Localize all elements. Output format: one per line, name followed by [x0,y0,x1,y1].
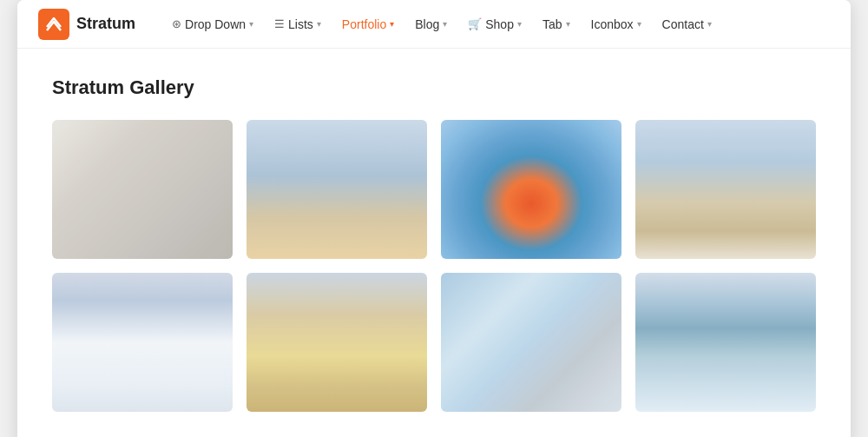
gallery-item-5[interactable] [52,273,233,412]
nav-label-blog: Blog [415,17,439,31]
layers-icon: ⊛ [172,17,181,30]
nav-label-shop: Shop [485,17,514,31]
gallery-item-8[interactable] [635,273,816,412]
nav-item-blog[interactable]: Blog ▾ [406,12,456,36]
gallery-item-7[interactable] [441,273,621,412]
nav-item-tab[interactable]: Tab ▾ [534,12,579,36]
nav-label-contact: Contact [662,17,704,31]
chevron-icon-blog: ▾ [443,19,447,29]
nav-label-lists: Lists [288,17,313,31]
chevron-icon-contact: ▾ [707,19,712,29]
nav-item-shop[interactable]: 🛒 Shop ▾ [459,12,530,36]
main-content: Stratum Gallery [17,49,851,437]
chevron-icon-lists: ▾ [317,19,321,29]
gallery-grid [52,120,816,412]
gallery-item-4[interactable] [635,120,816,259]
nav-item-iconbox[interactable]: Iconbox ▾ [582,12,650,36]
nav-item-lists[interactable]: ☰ Lists ▾ [266,12,330,36]
cart-icon: 🛒 [468,17,482,30]
logo-text: Stratum [76,15,135,33]
chevron-icon-shop: ▾ [517,19,522,29]
chevron-icon-portfolio: ▾ [390,19,394,29]
chevron-icon-dropdown: ▾ [249,19,253,29]
nav-label-dropdown: Drop Down [185,17,246,31]
nav-label-iconbox: Iconbox [591,17,634,31]
nav-item-contact[interactable]: Contact ▾ [654,12,720,36]
nav-label-tab: Tab [542,17,562,31]
gallery-item-3[interactable] [441,120,621,259]
gallery-item-2[interactable] [247,120,427,259]
chevron-icon-tab: ▾ [566,19,570,29]
browser-window: Stratum ⊛ Drop Down ▾ ☰ Lists ▾ Portfoli… [17,0,851,437]
nav-item-portfolio[interactable]: Portfolio ▾ [333,12,403,36]
gallery-item-6[interactable] [247,273,427,412]
list-icon: ☰ [274,17,285,30]
gallery-title: Stratum Gallery [52,76,816,99]
chevron-icon-iconbox: ▾ [637,19,641,29]
nav-label-portfolio: Portfolio [342,17,386,31]
logo-icon [38,9,69,40]
navbar: Stratum ⊛ Drop Down ▾ ☰ Lists ▾ Portfoli… [17,0,851,49]
logo-area[interactable]: Stratum [38,9,135,40]
gallery-item-1[interactable] [52,120,233,259]
nav-item-dropdown[interactable]: ⊛ Drop Down ▾ [163,12,262,36]
nav-menu: ⊛ Drop Down ▾ ☰ Lists ▾ Portfolio ▾ Blog… [163,12,720,36]
